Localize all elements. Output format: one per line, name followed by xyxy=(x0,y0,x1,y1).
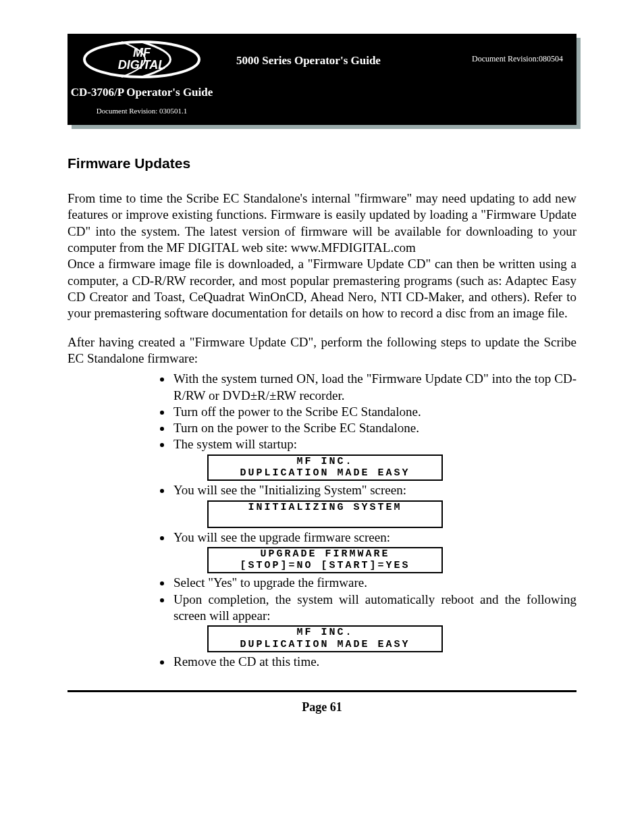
step-9: Remove the CD at this time. xyxy=(172,654,576,670)
step-1: With the system turned ON, load the "Fir… xyxy=(172,371,576,404)
lcd-line: DUPLICATION MADE EASY xyxy=(209,639,441,650)
lcd-line: UPGRADE FIRMWARE xyxy=(209,548,441,560)
header-right-col: 5000 Series Operator's Guide Document Re… xyxy=(216,34,576,125)
header-main-title: 5000 Series Operator's Guide xyxy=(236,54,472,68)
step-6-text: You will see the upgrade firmware screen… xyxy=(173,530,390,544)
step-4: The system will startup: MF INC. DUPLICA… xyxy=(172,436,576,481)
page-number: Page 61 xyxy=(68,700,576,714)
section-title: Firmware Updates xyxy=(68,155,576,172)
page-header: MF DIGITAL CD-3706/P Operator's Guide Do… xyxy=(68,34,576,125)
lcd-line: INITIALIZING SYSTEM xyxy=(209,502,441,513)
step-5: You will see the "Initializing System" s… xyxy=(172,482,576,527)
step-8: Upon completion, the system will automat… xyxy=(172,592,576,652)
steps-list: With the system turned ON, load the "Fir… xyxy=(68,371,576,670)
step-2: Turn off the power to the Scribe EC Stan… xyxy=(172,404,576,420)
lcd-line: MF INC. xyxy=(209,456,441,467)
lcd-upgrade: UPGRADE FIRMWARE [STOP]=NO [START]=YES xyxy=(207,547,443,574)
svg-text:DIGITAL: DIGITAL xyxy=(118,58,166,72)
lcd-initializing: INITIALIZING SYSTEM xyxy=(207,500,443,528)
lcd-line: MF INC. xyxy=(209,627,441,638)
paragraph-2: Once a firmware image file is downloaded… xyxy=(68,256,576,321)
step-5-text: You will see the "Initializing System" s… xyxy=(173,483,406,497)
header-left-col: MF DIGITAL CD-3706/P Operator's Guide Do… xyxy=(68,34,216,125)
lcd-boot-1: MF INC. DUPLICATION MADE EASY xyxy=(207,454,443,481)
header-left-title: CD-3706/P Operator's Guide xyxy=(68,85,216,100)
lcd-line: [STOP]=NO [START]=YES xyxy=(209,560,441,571)
step-4-text: The system will startup: xyxy=(173,437,297,451)
svg-text:MF: MF xyxy=(133,46,151,59)
footer-rule xyxy=(68,690,576,692)
lcd-boot-2: MF INC. DUPLICATION MADE EASY xyxy=(207,625,443,652)
step-6: You will see the upgrade firmware screen… xyxy=(172,529,576,574)
mf-digital-logo: MF DIGITAL xyxy=(81,39,203,80)
step-3: Turn on the power to the Scribe EC Stand… xyxy=(172,420,576,436)
header-doc-revision: Document Revision:080504 xyxy=(472,54,563,64)
paragraph-3: After having created a "Firmware Update … xyxy=(68,334,576,367)
step-8-text: Upon completion, the system will automat… xyxy=(173,592,576,623)
lcd-line: DUPLICATION MADE EASY xyxy=(209,467,441,479)
paragraph-1: From time to time the Scribe EC Standalo… xyxy=(68,190,576,256)
header-left-revision: Document Revision: 030501.1 xyxy=(68,107,216,115)
step-7: Select "Yes" to upgrade the firmware. xyxy=(172,575,576,591)
